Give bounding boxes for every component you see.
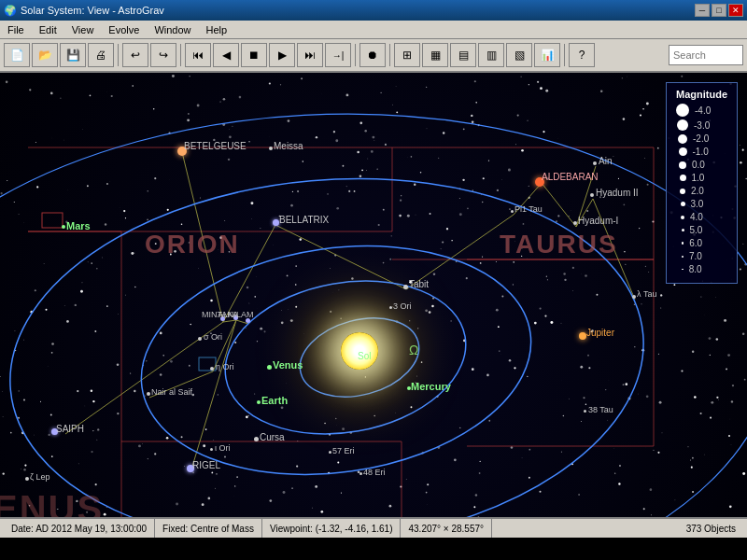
mag-dot-2: [678, 134, 687, 144]
statusbar: Date: AD 2012 May 19, 13:00:00 Fixed: Ce…: [0, 517, 747, 538]
window-title: Solar System: View - AstroGrav: [21, 5, 164, 16]
cursa-star: [254, 437, 259, 441]
meissa-star: [269, 147, 273, 150]
status-coordinates: 43.207° × 28.557°: [401, 519, 492, 538]
sep3: [355, 44, 356, 66]
chart-button[interactable]: 📊: [534, 43, 560, 67]
menu-file[interactable]: File: [0, 21, 32, 38]
mag-label-2: -2.0: [693, 133, 709, 144]
rigel-star: [187, 465, 194, 472]
iori-star: [210, 448, 213, 451]
search-input[interactable]: [669, 45, 743, 65]
sun: [341, 332, 378, 370]
mag-dot-1: [677, 119, 688, 131]
mag-row-0: -4.0: [676, 104, 727, 117]
38tau-star: [584, 410, 586, 413]
mag-label-1: -3.0: [694, 120, 710, 131]
last-button[interactable]: ⏭: [297, 43, 323, 67]
mag-label-11: 7.0: [689, 251, 702, 261]
sep1: [118, 44, 119, 66]
mag-dot-3: [679, 147, 687, 156]
alnitak-star: [246, 318, 250, 323]
play-button[interactable]: ▶: [269, 43, 295, 67]
view1-button[interactable]: ⊞: [394, 43, 420, 67]
step-button[interactable]: →|: [325, 43, 351, 67]
mag-label-3: -1.0: [693, 147, 709, 157]
mag-label-6: 2.0: [691, 186, 704, 196]
view4-button[interactable]: ▥: [478, 43, 504, 67]
status-viewpoint: Viewpoint: (-1.32, -4.16, 1.61): [262, 519, 402, 538]
mag-dot-10: [682, 242, 684, 245]
nair-al-saif-star: [147, 392, 150, 396]
prev-button[interactable]: ◀: [213, 43, 239, 67]
open-button[interactable]: 📂: [32, 43, 58, 67]
3ori-star: [389, 306, 392, 309]
mag-dot-0: [676, 104, 689, 117]
zeta-lep-star: [25, 477, 29, 481]
first-button[interactable]: ⏮: [185, 43, 211, 67]
stop-button[interactable]: ⏹: [241, 43, 267, 67]
venus-dot: [267, 365, 272, 370]
mag-label-5: 1.0: [692, 173, 705, 183]
menu-view[interactable]: View: [64, 21, 102, 38]
view3-button[interactable]: ▤: [450, 43, 476, 67]
help-button[interactable]: ?: [569, 43, 595, 67]
view2-button[interactable]: ▦: [422, 43, 448, 67]
mag-row-6: 2.0: [676, 186, 727, 196]
toolbar: 📄 📂 💾 🖨 ↩ ↪ ⏮ ◀ ⏹ ▶ ⏭ →| ⏺ ⊞ ▦ ▤ ▥ ▧ 📊 ?: [0, 39, 747, 73]
mag-dot-6: [680, 189, 685, 194]
ain-star: [593, 161, 597, 165]
maximize-button[interactable]: □: [712, 4, 726, 17]
app-icon: 🌍: [4, 5, 17, 17]
status-reference: Fixed: Centre of Mass: [155, 519, 262, 538]
mag-dot-12: [682, 269, 684, 271]
saiph-star: [51, 428, 58, 435]
mag-row-2: -2.0: [676, 133, 727, 144]
print-button[interactable]: 🖨: [88, 43, 114, 67]
lambda-tau-star: [632, 295, 636, 299]
close-button[interactable]: ✕: [728, 4, 743, 17]
mintaka-star: [220, 316, 225, 321]
hyadum1-star: [573, 221, 577, 225]
new-button[interactable]: 📄: [4, 43, 30, 67]
pi1tau-star: [511, 210, 514, 213]
mercury-dot: [407, 386, 411, 390]
sep5: [564, 44, 565, 66]
titlebar-left: 🌍 Solar System: View - AstroGrav: [4, 5, 164, 17]
undo-button[interactable]: ↩: [122, 43, 148, 67]
mag-row-5: 1.0: [676, 173, 727, 183]
alnilam-star: [233, 315, 238, 320]
menu-window[interactable]: Window: [147, 21, 198, 38]
view5-button[interactable]: ▧: [506, 43, 532, 67]
mag-label-0: -4.0: [695, 105, 711, 116]
aldebaran-star: [535, 177, 544, 187]
mag-label-12: 8.0: [689, 264, 702, 274]
57eri-star: [329, 451, 331, 454]
magnitude-legend: Magnitude -4.0 -3.0 -2.0 -1.0 0.0 1.0 2.…: [666, 82, 738, 284]
mag-row-1: -3.0: [676, 119, 727, 131]
menu-evolve[interactable]: Evolve: [101, 21, 147, 38]
mag-row-12: 8.0: [676, 264, 727, 274]
mag-label-7: 3.0: [691, 199, 704, 209]
eta-ori-star: [210, 367, 214, 371]
minimize-button[interactable]: ─: [695, 4, 710, 17]
mars-dot: [62, 225, 65, 229]
save-button[interactable]: 💾: [60, 43, 86, 67]
magnitude-title: Magnitude: [676, 89, 727, 100]
menu-help[interactable]: Help: [199, 21, 235, 38]
mag-dot-9: [682, 229, 684, 231]
mag-row-11: 7.0: [676, 251, 727, 261]
mag-dot-4: [679, 161, 686, 169]
redo-button[interactable]: ↪: [150, 43, 176, 67]
mag-label-9: 5.0: [690, 225, 703, 235]
mag-dot-11: [682, 256, 684, 258]
48eri-star: [359, 472, 362, 475]
titlebar: 🌍 Solar System: View - AstroGrav ─ □ ✕: [0, 0, 747, 21]
mag-row-10: 6.0: [676, 238, 727, 248]
menu-edit[interactable]: Edit: [32, 21, 64, 38]
mag-dot-7: [681, 202, 685, 206]
mag-row-4: 0.0: [676, 160, 727, 170]
main-view[interactable]: Ω Orion Taurus enus Sol Venus Mercury Ea…: [0, 73, 747, 538]
star-canvas: [0, 73, 747, 538]
record-button[interactable]: ⏺: [359, 43, 386, 67]
